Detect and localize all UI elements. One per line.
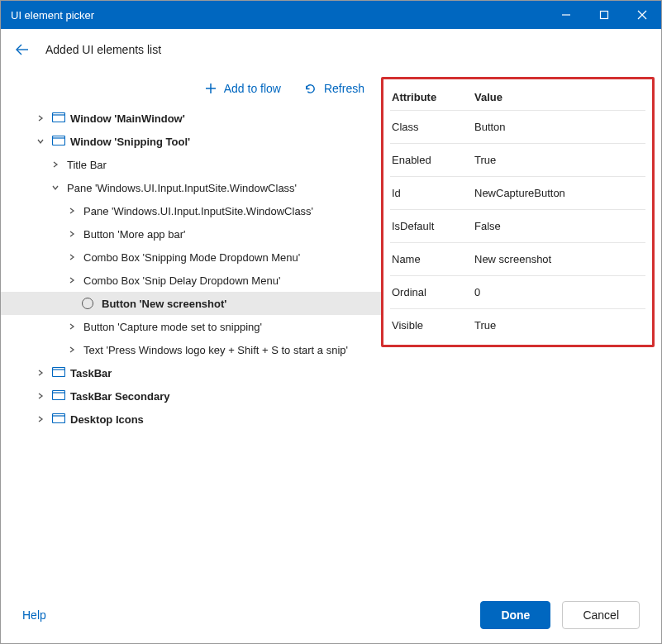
attribute-row: IdNewCaptureButton bbox=[390, 176, 645, 209]
attribute-row: IsDefaultFalse bbox=[390, 209, 645, 242]
attributes-panel: Attribute Value ClassButtonEnabledTrueId… bbox=[381, 77, 655, 347]
window-icon bbox=[52, 367, 65, 379]
attribute-value: New screenshot bbox=[474, 253, 644, 265]
window-icon bbox=[52, 413, 65, 425]
tree-item-label: Window 'MainWindow' bbox=[70, 112, 185, 125]
attribute-value: False bbox=[474, 220, 644, 232]
tree-item-label: Button 'Capture mode set to snipping' bbox=[83, 321, 262, 333]
tree-item-label: Combo Box 'Snipping Mode Dropdown Menu' bbox=[83, 251, 300, 264]
attribute-name: Visible bbox=[392, 319, 474, 332]
tree-row[interactable]: TaskBar bbox=[1, 361, 381, 384]
help-link[interactable]: Help bbox=[22, 608, 46, 622]
tree-item-label: Pane 'Windows.UI.Input.InputSite.WindowC… bbox=[67, 182, 297, 194]
window-icon bbox=[52, 390, 65, 402]
attr-header-value: Value bbox=[474, 91, 502, 103]
chevron-right-icon bbox=[49, 161, 62, 168]
window-title: UI element picker bbox=[11, 9, 547, 21]
tree-row[interactable]: Combo Box 'Snip Delay Dropdown Menu' bbox=[1, 269, 381, 292]
minimize-button[interactable] bbox=[547, 1, 585, 29]
attribute-name: Ordinal bbox=[392, 286, 474, 298]
chevron-right-icon bbox=[34, 393, 47, 399]
svg-rect-15 bbox=[53, 414, 65, 423]
attributes-header: Attribute Value bbox=[390, 84, 645, 110]
attribute-value: 0 bbox=[474, 286, 644, 298]
tree-row[interactable]: Pane 'Windows.UI.Input.InputSite.WindowC… bbox=[1, 199, 381, 222]
add-to-flow-button[interactable]: Add to flow bbox=[204, 82, 281, 95]
window-icon bbox=[52, 136, 65, 147]
back-button[interactable] bbox=[12, 40, 32, 60]
tree-row[interactable]: Window 'Snipping Tool' bbox=[1, 130, 381, 153]
maximize-button[interactable] bbox=[585, 1, 623, 29]
chevron-right-icon bbox=[65, 208, 79, 214]
attr-header-attribute: Attribute bbox=[392, 91, 474, 103]
radio-icon bbox=[82, 298, 93, 309]
tree-item-label: Button 'New screenshot' bbox=[102, 298, 226, 310]
window-icon bbox=[52, 112, 65, 124]
tree-item-label: TaskBar Secondary bbox=[70, 390, 169, 403]
svg-rect-11 bbox=[53, 368, 65, 377]
attribute-name: Id bbox=[392, 187, 474, 199]
dialog-footer: Help Done Cancel bbox=[1, 587, 661, 643]
tree-item-label: Pane 'Windows.UI.Input.InputSite.WindowC… bbox=[83, 205, 313, 217]
tree-item-label: Text 'Press Windows logo key + Shift + S… bbox=[83, 344, 348, 356]
attribute-row: Ordinal0 bbox=[390, 275, 645, 308]
tree-row[interactable]: Pane 'Windows.UI.Input.InputSite.WindowC… bbox=[1, 176, 381, 199]
tree-row[interactable]: TaskBar Secondary bbox=[1, 384, 381, 408]
chevron-right-icon bbox=[34, 370, 47, 376]
tree-row[interactable]: Button 'Capture mode set to snipping' bbox=[1, 315, 381, 338]
ui-element-tree[interactable]: Window 'MainWindow'Window 'Snipping Tool… bbox=[1, 107, 381, 587]
chevron-right-icon bbox=[65, 254, 79, 260]
close-button[interactable] bbox=[623, 1, 661, 29]
plus-icon bbox=[204, 82, 217, 95]
refresh-icon bbox=[304, 82, 317, 95]
attribute-name: Class bbox=[392, 121, 474, 133]
tree-row[interactable]: Button 'More app bar' bbox=[1, 222, 381, 246]
content-area: Add to flow Refresh Window 'MainWindow'W… bbox=[1, 70, 661, 587]
tree-row[interactable]: Button 'New screenshot' bbox=[1, 292, 381, 315]
done-button[interactable]: Done bbox=[480, 601, 550, 629]
chevron-right-icon bbox=[65, 231, 79, 237]
refresh-label: Refresh bbox=[324, 82, 364, 95]
tree-item-label: Combo Box 'Snip Delay Dropdown Menu' bbox=[83, 274, 280, 287]
add-to-flow-label: Add to flow bbox=[224, 82, 281, 95]
attribute-value: True bbox=[474, 319, 644, 332]
attribute-value: Button bbox=[474, 121, 644, 133]
tree-item-label: TaskBar bbox=[70, 367, 112, 379]
svg-rect-9 bbox=[53, 136, 65, 145]
chevron-down-icon bbox=[34, 138, 47, 145]
chevron-right-icon bbox=[34, 115, 47, 122]
svg-rect-1 bbox=[601, 12, 608, 19]
tree-item-label: Button 'More app bar' bbox=[83, 228, 185, 241]
attribute-row: ClassButton bbox=[390, 110, 645, 143]
chevron-down-icon bbox=[49, 184, 62, 191]
attribute-name: Name bbox=[392, 253, 474, 265]
attribute-value: NewCaptureButton bbox=[474, 187, 644, 199]
tree-toolbar: Add to flow Refresh bbox=[1, 70, 381, 107]
chevron-right-icon bbox=[65, 346, 79, 353]
tree-item-label: Desktop Icons bbox=[70, 413, 144, 426]
attribute-row: EnabledTrue bbox=[390, 143, 645, 176]
attributes-pane: Attribute Value ClassButtonEnabledTrueId… bbox=[381, 70, 661, 587]
tree-row[interactable]: Combo Box 'Snipping Mode Dropdown Menu' bbox=[1, 246, 381, 269]
tree-row[interactable]: Title Bar bbox=[1, 153, 381, 176]
cancel-button[interactable]: Cancel bbox=[562, 601, 640, 629]
attribute-name: IsDefault bbox=[392, 220, 474, 232]
attribute-value: True bbox=[474, 154, 644, 166]
chevron-right-icon bbox=[65, 323, 79, 330]
tree-row[interactable]: Desktop Icons bbox=[1, 408, 381, 431]
tree-item-label: Window 'Snipping Tool' bbox=[70, 136, 190, 148]
refresh-button[interactable]: Refresh bbox=[304, 82, 364, 95]
tree-pane: Add to flow Refresh Window 'MainWindow'W… bbox=[1, 70, 381, 587]
attribute-row: VisibleTrue bbox=[390, 308, 645, 341]
chevron-right-icon bbox=[34, 416, 47, 422]
attribute-row: NameNew screenshot bbox=[390, 242, 645, 275]
tree-row[interactable]: Window 'MainWindow' bbox=[1, 107, 381, 130]
window-controls bbox=[547, 1, 661, 29]
window-titlebar: UI element picker bbox=[1, 1, 661, 29]
svg-rect-7 bbox=[53, 113, 65, 122]
tree-row[interactable]: Text 'Press Windows logo key + Shift + S… bbox=[1, 338, 381, 361]
attribute-name: Enabled bbox=[392, 154, 474, 166]
svg-rect-13 bbox=[53, 391, 65, 400]
chevron-right-icon bbox=[65, 277, 79, 284]
page-title: Added UI elements list bbox=[45, 43, 161, 56]
